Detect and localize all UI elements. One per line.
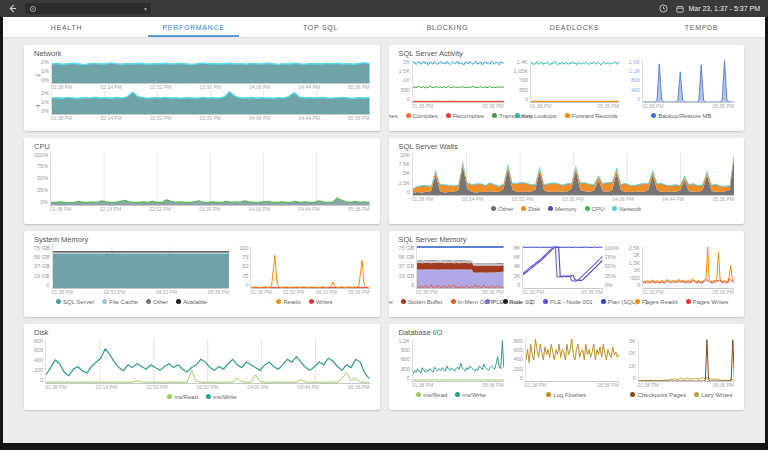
legend-dot — [548, 206, 553, 211]
legend-dot — [401, 299, 406, 304]
database-io-latency-chart[interactable]: 1.2K900600300001:38 PM05:36 PM — [399, 339, 504, 389]
axis-tick: 100 — [239, 246, 248, 252]
database-io-log-chart[interactable]: 800600400200001:38 PM05:36 PM — [514, 339, 619, 389]
legend-item[interactable]: CPU — [585, 206, 605, 212]
sql-activity-rates-legend: BatchesCompilesRecompilesTransactions — [399, 112, 504, 120]
legend-item[interactable]: ms/Write — [206, 394, 237, 400]
date-range-picker[interactable]: Mar 23, 1:37 - 5:37 PM — [676, 5, 760, 13]
legend-item[interactable]: Pages Writes — [686, 299, 729, 305]
legend-label: Other — [153, 299, 168, 305]
tab-tempdb[interactable]: TEMPDB — [638, 17, 765, 37]
tab-top-sql[interactable]: TOP SQL — [257, 17, 384, 37]
sql-activity-lookups-chart[interactable]: 1.4K1.05K700350001:38 PM05:36 PM — [514, 60, 619, 110]
x-axis-tick: 03:30 PM — [199, 207, 220, 213]
network-nic2-chart[interactable]: 2%1%0%01:38 PM02:14 PM02:52 PM03:30 PM04… — [41, 60, 370, 91]
legend-dot — [686, 299, 691, 304]
database-io-pages-chart[interactable]: 3K2K1K001:38 PM05:36 PM — [629, 339, 734, 389]
axis-tick: 1.5K — [629, 261, 640, 267]
tab-performance[interactable]: PERFORMANCE — [130, 17, 257, 37]
calendar-icon — [676, 5, 684, 13]
legend-item[interactable]: Writes — [309, 299, 333, 305]
dashboard-grid: Network 2 2%1%0%01:38 PM02:14 PM02:52 PM… — [3, 38, 765, 410]
system-memory-usage-chart[interactable]: 75 GB56 GB37 GB19 GB001:38 PM02:52 PM04:… — [34, 246, 229, 296]
legend-item[interactable]: Log Flushes — [546, 392, 586, 398]
time-travel-icon[interactable] — [659, 4, 668, 13]
legend-item[interactable]: Network — [612, 206, 641, 212]
back-icon[interactable] — [8, 4, 17, 13]
legend-item[interactable]: Checkpoint Pages — [630, 392, 686, 398]
panel-title: SQL Server Waits — [399, 143, 735, 151]
legend-item[interactable]: Pages Reads — [635, 299, 678, 305]
disk-latency-chart[interactable]: 800600400200001:38 PM02:14 PM02:52 PM03:… — [34, 339, 370, 391]
sql-memory-ple-chart[interactable]: 8K6K4K2K0100%75%50%25%0%01:38 PM05:36 PM — [514, 246, 619, 296]
tab-deadlocks[interactable]: DEADLOCKS — [511, 17, 638, 37]
legend-label: Checkpoint Pages — [637, 392, 686, 398]
x-axis-tick: 01:38 PM — [412, 104, 433, 110]
legend-item[interactable]: ms/Write — [455, 392, 486, 398]
target-icon — [29, 5, 37, 13]
legend-item[interactable]: Memory — [548, 206, 577, 212]
legend-dot — [146, 299, 151, 304]
axis-tick: 1.2K — [399, 339, 410, 345]
legend-item[interactable]: File Cache — [102, 299, 138, 305]
legend-dot — [485, 299, 490, 304]
legend-item[interactable]: PLE - Node 001 — [543, 299, 593, 305]
panel-sql-server-activity: SQL Server Activity 2K1.5K1K500001:38 PM… — [389, 45, 745, 131]
sql-activity-backup-chart[interactable]: 1.6K1.2K800400001:38 PM05:36 PM — [629, 60, 734, 110]
legend-item[interactable]: Compiles — [406, 113, 438, 119]
axis-tick: 0 — [407, 97, 410, 103]
legend-item[interactable]: SQL Server — [56, 299, 94, 305]
legend-item[interactable]: Reads — [276, 299, 300, 305]
x-axis-tick: 05:36 PM — [348, 116, 369, 122]
cpu-chart[interactable]: 100%75%50%25%0%01:38 PM02:14 PM02:52 PM0… — [34, 153, 370, 213]
panel-title: CPU — [34, 143, 370, 151]
legend-item[interactable]: Other — [491, 206, 513, 212]
axis-tick: 0 — [47, 283, 50, 289]
server-select[interactable]: ▾ — [25, 3, 151, 14]
legend-label: Other — [498, 206, 513, 212]
legend-label: PLE - Node 000 — [492, 299, 535, 305]
legend-item[interactable]: Key Lookups — [515, 113, 557, 119]
legend-item[interactable]: ms/Read — [167, 394, 198, 400]
legend-label: Compiles — [413, 113, 438, 119]
x-axis-tick: 05:36 PM — [713, 197, 734, 203]
legend-item[interactable]: ms/Read — [416, 392, 447, 398]
x-axis-tick: 01:38 PM — [52, 290, 73, 296]
legend-item[interactable]: Available — [176, 299, 207, 305]
network-nic4-chart[interactable]: 2%1%0%01:38 PM02:14 PM02:52 PM03:30 PM04… — [41, 91, 370, 122]
axis-tick: 0 — [40, 378, 43, 384]
legend-item[interactable]: Other — [146, 299, 168, 305]
axis-tick: 56 GB — [34, 255, 50, 261]
x-axis-tick: 01:38 PM — [642, 290, 663, 296]
legend-item[interactable]: Batches — [389, 113, 398, 119]
axis-tick: 400 — [34, 358, 43, 364]
legend-item[interactable]: Recompiles — [446, 113, 484, 119]
sql-memory-usage-chart[interactable]: 75 GB56 GB37 GB19 GB001:38 PM05:36 PM — [399, 246, 504, 296]
legend-label: PLE - Node 001 — [550, 299, 593, 305]
axis-tick: 0 — [411, 283, 414, 289]
legend-item[interactable]: Forward Records — [565, 113, 618, 119]
x-axis-tick: 03:30 PM — [200, 116, 221, 122]
panel-title: SQL Server Memory — [399, 236, 735, 244]
x-axis-tick: 01:38 PM — [642, 104, 663, 110]
legend-item[interactable]: PLE - Node 000 — [485, 299, 535, 305]
sql-memory-pages-legend: Pages ReadsPages Writes — [629, 298, 734, 306]
system-memory-paging-chart[interactable]: 100755025001:38 PM02:52 PM04:10 PM05:36 … — [239, 246, 369, 296]
sql-activity-rates-chart[interactable]: 2K1.5K1K500001:38 PM05:36 PM — [399, 60, 504, 110]
legend-label: Key Lookups — [522, 113, 557, 119]
axis-tick: 19 GB — [34, 274, 50, 280]
axis-tick: 100% — [34, 153, 48, 159]
legend-item[interactable]: Disk — [521, 206, 540, 212]
sql-waits-chart[interactable]: 10K7.5K5K2.5K001:38 PM02:14 PM02:52 PM03… — [399, 153, 735, 203]
legend-item[interactable]: Lazy Writes — [694, 392, 732, 398]
axis-tick: 75 GB — [399, 246, 415, 252]
legend-item[interactable]: Backup/Restore MB — [651, 113, 711, 119]
tab-blocking[interactable]: BLOCKING — [384, 17, 511, 37]
legend-item[interactable]: Buffer — [389, 299, 393, 305]
legend-dot — [565, 113, 570, 118]
axis-tick: 1% — [41, 69, 49, 75]
legend-dot — [56, 299, 61, 304]
sql-memory-pages-chart[interactable]: 2.5K2K1.5K1K500001:38 PM05:36 PM — [629, 246, 734, 296]
legend-item[interactable]: Stolen Buffer — [401, 299, 443, 305]
tab-health[interactable]: HEALTH — [3, 17, 130, 37]
